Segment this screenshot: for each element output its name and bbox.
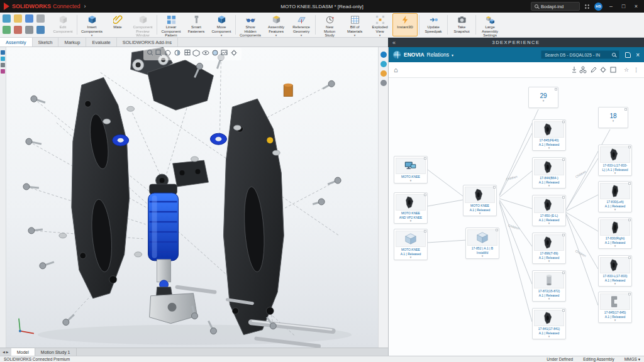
close-button[interactable]: × <box>632 3 640 9</box>
hide-show-items-icon[interactable] <box>203 51 209 55</box>
graph-node[interactable]: MOTO KNEE AND VP2 KNEE ▾ <box>394 192 428 224</box>
graph-node[interactable]: 17-850-(E-L) A.1 | Released ▾ <box>532 195 566 226</box>
expand-icon[interactable]: ▾ <box>467 255 497 258</box>
network-icon[interactable] <box>580 67 586 73</box>
open-icon[interactable] <box>14 14 22 23</box>
chevron-down-icon[interactable]: ▾ <box>379 34 381 36</box>
expand-icon[interactable]: ▾ <box>534 184 564 187</box>
graph-node[interactable]: 17-896(T-89) A.1 | Released ▾ <box>532 233 566 264</box>
left-side-plate[interactable] <box>72 77 130 298</box>
show-hidden-components-button[interactable]: Show Hidden Components <box>237 13 264 36</box>
node-checkbox[interactable] <box>562 121 565 123</box>
edit-component-button[interactable]: Edit Component <box>50 13 75 36</box>
help-icon[interactable] <box>36 26 45 34</box>
graph-node[interactable]: 17-845(17-845) A.1 | Released ▾ <box>598 292 632 323</box>
3ds-compass-icon[interactable] <box>393 51 401 59</box>
view-settings-icon[interactable] <box>231 50 236 57</box>
model-tab[interactable]: Model <box>11 348 35 356</box>
expand-icon[interactable]: ▾ <box>600 282 630 285</box>
expand-icon[interactable]: ▾ <box>534 335 564 338</box>
zoom-fit-icon[interactable] <box>147 50 152 55</box>
component-preview-window-button[interactable]: Component Preview Window <box>130 13 155 36</box>
expand-icon[interactable]: ▾ <box>534 260 564 263</box>
expand-icon[interactable]: ▾ <box>396 256 426 259</box>
chevron-down-icon[interactable]: ▾ <box>221 34 223 36</box>
tab-scroll-left-icon[interactable]: ◀ <box>3 350 5 354</box>
undo-icon[interactable] <box>3 26 11 34</box>
print-icon[interactable] <box>36 14 45 23</box>
graph-node[interactable]: 17-830(Right) A.1 | Released ▾ <box>598 217 632 249</box>
appearances-taskpane-icon[interactable] <box>380 70 387 77</box>
view-orientation-icon[interactable] <box>185 50 190 55</box>
property-manager-icon[interactable] <box>1 57 5 61</box>
expand-icon[interactable]: ▾ <box>600 244 630 248</box>
configuration-manager-icon[interactable] <box>1 63 5 67</box>
node-checkbox[interactable] <box>628 182 631 185</box>
graph-node[interactable]: 17-841(17-841) A.1 | Released ▾ <box>532 308 566 339</box>
collapsed-count-node[interactable]: 18 ▾ <box>598 107 628 128</box>
expand-icon[interactable]: ▾ <box>613 119 614 123</box>
relations-graph[interactable]: Children Children Children Children 29 ▾… <box>389 78 644 356</box>
expand-icon[interactable]: ▾ <box>396 179 426 182</box>
graph-node[interactable]: MOTO KNEE A.1 | Released ▾ <box>463 185 497 216</box>
chevron-down-icon[interactable]: ▾ <box>354 34 356 36</box>
chevron-down-icon[interactable]: ▾ <box>275 34 277 36</box>
graph-node[interactable]: 17-830(Left) A.1 | Released ▾ <box>598 181 632 212</box>
settings-icon[interactable] <box>600 67 606 74</box>
expand-icon[interactable]: ▾ <box>465 212 495 215</box>
graph-node[interactable]: 17-833-L(17-833) A.1 | Released ▾ <box>598 255 632 287</box>
bill-of-materials-button[interactable]: Bill of Materials ▾ <box>342 13 367 36</box>
new-motion-study-button[interactable]: New Motion Study <box>317 13 342 36</box>
tab-sketch[interactable]: Sketch <box>33 38 59 47</box>
tab-scroll-right-icon[interactable]: ▶ <box>6 350 9 354</box>
node-checkbox[interactable] <box>562 309 565 312</box>
instant3d-button[interactable]: Instant3D <box>392 13 418 36</box>
custom-properties-icon[interactable] <box>380 80 387 86</box>
zoom-area-icon[interactable] <box>156 50 162 57</box>
maximize-panel-icon[interactable] <box>611 67 616 72</box>
expand-icon[interactable]: ▾ <box>534 222 564 225</box>
panel-search-input[interactable] <box>545 53 610 57</box>
graphics-viewport[interactable] <box>6 47 378 348</box>
tab-evaluate[interactable]: Evaluate <box>86 38 116 47</box>
node-checkbox[interactable] <box>562 272 565 274</box>
lower-clevis-block[interactable] <box>150 293 197 324</box>
node-checkbox[interactable] <box>625 108 627 111</box>
large-assembly-settings-button[interactable]: Large Assembly Settings ▾ <box>477 13 502 36</box>
command-search[interactable] <box>531 2 580 11</box>
graph-node[interactable]: 17-845(FE40) A.1 | Released ▾ <box>532 119 566 151</box>
close-panel-icon[interactable]: × <box>636 52 640 58</box>
graph-node[interactable]: 17-852 | A.1 | B InstaWd ▾ <box>465 228 499 259</box>
chevron-down-icon[interactable]: ▾ <box>91 34 93 36</box>
download-icon[interactable] <box>572 67 576 72</box>
node-checkbox[interactable] <box>628 146 631 148</box>
dimxpert-icon[interactable] <box>1 69 5 74</box>
expand-icon[interactable]: ▾ <box>600 208 630 211</box>
user-avatar[interactable]: HS <box>594 3 602 11</box>
3dexperience-taskpane-icon[interactable] <box>380 52 387 58</box>
reference-geometry-button[interactable]: Reference Geometry ▾ <box>289 13 314 36</box>
node-checkbox[interactable] <box>424 157 426 160</box>
blue-washer-left[interactable] <box>113 134 129 146</box>
apps-grid-icon[interactable] <box>584 4 590 9</box>
previous-view-icon[interactable] <box>165 50 170 55</box>
motion-study-tab[interactable]: Motion Study 1 <box>35 348 77 356</box>
assembly-features-button[interactable]: Assembly Features ▾ <box>264 13 289 36</box>
options-icon[interactable] <box>25 26 33 34</box>
mate-button[interactable]: Mate <box>105 13 130 36</box>
design-library-icon[interactable] <box>380 61 387 67</box>
insert-components-button[interactable]: Insert Components ▾ <box>79 13 105 36</box>
shock-absorber[interactable] <box>148 174 179 309</box>
panel-search[interactable] <box>541 50 619 59</box>
chevron-down-icon[interactable]: ▾ <box>452 53 453 57</box>
node-checkbox[interactable] <box>628 256 631 259</box>
section-view-icon[interactable] <box>175 50 180 55</box>
expand-icon[interactable]: ▾ <box>543 99 545 102</box>
favorite-star-icon[interactable]: ☆ <box>624 67 629 73</box>
node-checkbox[interactable] <box>555 88 557 90</box>
rebuild-icon[interactable] <box>14 26 22 34</box>
tab-markup[interactable]: Markup <box>58 38 86 47</box>
node-checkbox[interactable] <box>562 196 565 199</box>
units-selector[interactable]: MMGS ▾ <box>625 357 640 362</box>
display-style-icon[interactable] <box>193 50 199 57</box>
